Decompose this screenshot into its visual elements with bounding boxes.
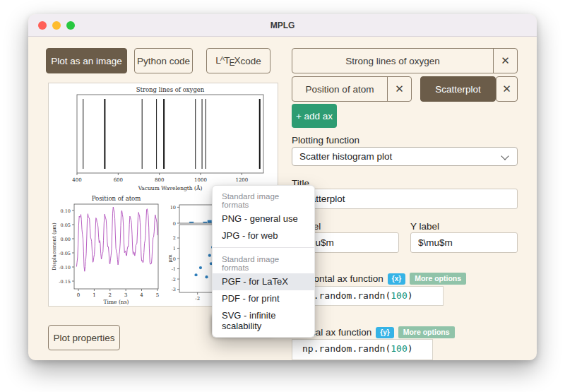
export-format-menu-item[interactable]: PGF - for LaTeX	[213, 273, 314, 290]
horizontal-more-options-button[interactable]: More options	[410, 273, 466, 285]
svg-text:0.10: 0.10	[61, 208, 71, 214]
app-window: MPLG Plot as an image Python code LATEX …	[28, 14, 537, 360]
export-format-menu-item[interactable]: PDF - for print	[213, 290, 314, 307]
close-window-button[interactable]	[38, 21, 47, 30]
svg-text:1: 1	[173, 246, 176, 251]
v-code-suffix: )	[408, 343, 413, 354]
svg-text:5: 5	[156, 292, 159, 298]
ax-tab-position-of-atom: Position of atom ✕	[292, 76, 412, 102]
y-label-input[interactable]	[410, 232, 518, 253]
plot-properties-button[interactable]: Plot properties	[48, 325, 120, 350]
horizontal-ax-row: Horizontal ax function {x} More options	[292, 273, 466, 285]
window-title: MPLG	[270, 20, 295, 30]
svg-text:Position of atom: Position of atom	[92, 195, 141, 202]
python-code-label: Python code	[137, 56, 190, 66]
export-format-menu-item[interactable]: SVG - infinite scalability	[213, 307, 314, 335]
export-format-menu-item[interactable]: PNG - general use	[213, 210, 314, 227]
svg-text:4: 4	[140, 292, 143, 298]
latex-logo: LATEX	[215, 54, 240, 68]
y-variable-badge: {y}	[376, 327, 393, 338]
svg-text:-2: -2	[172, 277, 176, 283]
latex-code-button[interactable]: LATEX code	[206, 48, 270, 73]
minimize-window-button[interactable]	[52, 21, 61, 30]
svg-text:-0.05: -0.05	[59, 251, 71, 256]
ax-tab-position-of-atom-close-icon[interactable]: ✕	[387, 77, 411, 101]
svg-text:1000: 1000	[194, 177, 207, 183]
plot-properties-label: Plot properties	[53, 333, 114, 343]
ax-tab-scatterplot-label: Scatterplot	[435, 84, 481, 95]
svg-text:400: 400	[72, 177, 81, 183]
vertical-ax-code-input[interactable]: np.random.randn(100)	[292, 339, 433, 360]
latex-code-label: code	[240, 56, 261, 66]
svg-text:-0.15: -0.15	[59, 279, 71, 285]
chevron-down-icon	[501, 152, 509, 160]
h-code-suffix: )	[408, 290, 413, 301]
svg-text:-0.10: -0.10	[59, 265, 71, 271]
svg-text:0: 0	[173, 221, 176, 227]
svg-text:Strong lines of oxygen: Strong lines of oxygen	[136, 86, 205, 93]
ax-tab-scatterplot-close-icon[interactable]: ✕	[496, 76, 518, 102]
traffic-lights	[38, 21, 75, 30]
svg-text:800: 800	[155, 177, 164, 183]
ax-tab-position-of-atom-label[interactable]: Position of atom	[292, 77, 387, 101]
titlebar: MPLG	[28, 14, 537, 37]
svg-text:0: 0	[77, 292, 80, 298]
svg-text:-3: -3	[172, 287, 176, 292]
y-label-field-label: Y label	[410, 221, 439, 232]
vertical-more-options-button[interactable]: More options	[398, 326, 455, 338]
export-format-menu: Standard image formatsPNG - general useJ…	[212, 185, 315, 338]
plotting-function-value: Scatter histogram plot	[299, 151, 392, 162]
export-format-menu-item[interactable]: JPG - for web	[213, 227, 314, 244]
menu-divider	[213, 247, 314, 248]
add-ax-button[interactable]: + add ax	[292, 104, 337, 128]
v-code-prefix: np.random.randn(	[302, 343, 391, 354]
svg-text:0.05: 0.05	[61, 222, 71, 228]
x-variable-badge: {x}	[388, 273, 405, 285]
ax-tab-strong-lines: Strong lines of oxygen ✕	[292, 48, 518, 73]
ax-tab-strong-lines-close-icon[interactable]: ✕	[493, 49, 517, 73]
h-code-prefix: np.random.randn(	[302, 290, 391, 301]
svg-text:2: 2	[109, 292, 112, 298]
svg-text:1: 1	[93, 292, 95, 298]
svg-text:1200: 1200	[235, 177, 248, 183]
menu-group-header: Standard image formats	[213, 251, 314, 273]
menu-group-header: Standard image formats	[213, 188, 314, 210]
svg-text:2: 2	[173, 235, 176, 241]
h-code-number: 100	[391, 290, 407, 301]
vertical-ax-row: Vertical ax function {y} More options	[292, 326, 455, 338]
python-code-button[interactable]: Python code	[134, 48, 193, 73]
title-input[interactable]	[292, 189, 518, 209]
svg-text:0.00: 0.00	[61, 237, 71, 242]
plot-as-image-button[interactable]: Plot as an image	[46, 48, 127, 73]
plot-as-image-label: Plot as an image	[51, 56, 122, 66]
ax-tab-scatterplot-selected[interactable]: Scatterplot	[420, 76, 496, 102]
plotting-function-select[interactable]: Scatter histogram plot	[292, 147, 518, 166]
ax-tab-strong-lines-label[interactable]: Strong lines of oxygen	[292, 49, 493, 73]
plotting-function-label: Plotting function	[292, 135, 359, 145]
svg-text:Vacuum Wavelength (Å): Vacuum Wavelength (Å)	[138, 185, 203, 191]
svg-text:Time (ns): Time (ns)	[104, 299, 129, 305]
svg-text:3: 3	[124, 292, 127, 298]
svg-text:-1: -1	[172, 266, 176, 272]
add-ax-label: + add ax	[296, 111, 333, 121]
v-code-number: 100	[391, 343, 407, 354]
svg-text:-2: -2	[195, 296, 200, 302]
svg-text:μm: μm	[167, 254, 173, 263]
svg-text:600: 600	[114, 177, 123, 183]
zoom-window-button[interactable]	[66, 21, 75, 30]
svg-text:Displacement (μm): Displacement (μm)	[52, 222, 57, 271]
svg-text:0: 0	[173, 256, 176, 262]
svg-text:10: 10	[170, 205, 176, 210]
